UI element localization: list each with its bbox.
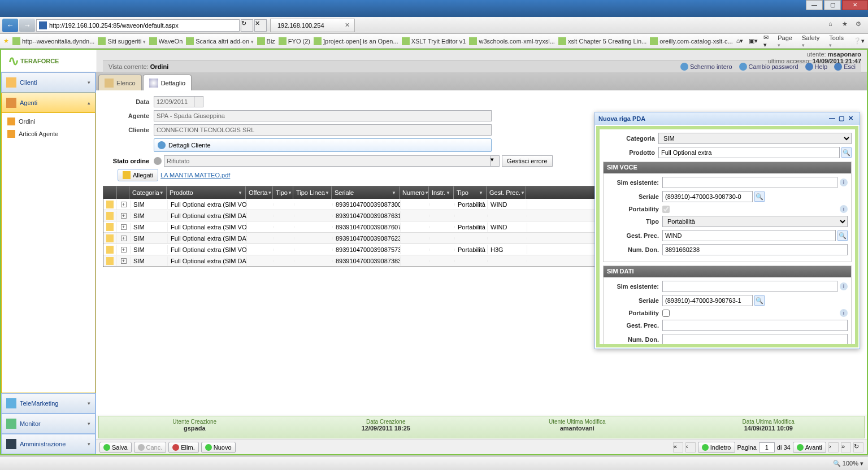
canc-button[interactable]: Canc. bbox=[134, 442, 167, 453]
dialog-minimize-icon[interactable]: — bbox=[829, 115, 837, 123]
pdf-link[interactable]: LA MANTIA MATTEO.pdf bbox=[160, 172, 230, 179]
expand-icon[interactable]: + bbox=[121, 202, 127, 207]
expand-icon[interactable]: + bbox=[121, 247, 127, 253]
nav-articoli-agente[interactable]: Articoli Agente bbox=[4, 128, 93, 140]
cliente-input[interactable] bbox=[154, 124, 492, 136]
ie-tools-menu[interactable]: Tools bbox=[829, 34, 848, 48]
page-input[interactable] bbox=[759, 442, 775, 452]
page-next[interactable]: › bbox=[828, 442, 839, 452]
data-input[interactable] bbox=[154, 96, 194, 107]
dettagli-cliente-button[interactable]: Dettagli Cliente bbox=[154, 138, 492, 152]
tab-close-icon[interactable]: ✕ bbox=[345, 21, 350, 29]
page-prev[interactable]: ‹ bbox=[685, 442, 696, 452]
window-minimize[interactable]: — bbox=[806, 0, 823, 10]
dati-numdon-input[interactable] bbox=[662, 334, 848, 345]
dati-seriale-input[interactable] bbox=[662, 295, 753, 306]
sidebar-item-clienti[interactable]: Clienti▾ bbox=[1, 72, 96, 93]
dialog-close-icon[interactable]: ✕ bbox=[848, 115, 856, 123]
expand-icon[interactable]: + bbox=[121, 258, 127, 264]
edit-icon[interactable] bbox=[106, 223, 114, 231]
gestisci-errore-button[interactable]: Gestisci errore bbox=[502, 155, 553, 167]
page-last[interactable]: » bbox=[841, 442, 851, 452]
ie-help-icon[interactable]: ❔▾ bbox=[853, 37, 865, 45]
agente-input[interactable] bbox=[154, 110, 492, 121]
info-icon[interactable]: i bbox=[840, 309, 848, 317]
nav-ordini[interactable]: Ordini bbox=[4, 115, 93, 128]
window-close[interactable]: ✕ bbox=[842, 0, 868, 10]
edit-icon[interactable] bbox=[106, 257, 114, 265]
tab-elenco[interactable]: Elenco bbox=[98, 75, 142, 90]
dati-gest-input[interactable] bbox=[662, 320, 848, 331]
avanti-button[interactable]: Avanti bbox=[793, 442, 826, 453]
fav-link[interactable]: http--waveonitalia.dyndn... bbox=[12, 37, 94, 45]
nav-back[interactable]: ← bbox=[2, 19, 18, 32]
lookup-icon[interactable]: 🔍 bbox=[841, 147, 852, 158]
nuovo-button[interactable]: Nuovo bbox=[201, 442, 236, 453]
categoria-select[interactable]: SIM bbox=[658, 133, 852, 144]
lookup-icon[interactable]: 🔍 bbox=[754, 192, 765, 202]
expand-icon[interactable]: + bbox=[121, 224, 127, 230]
url-field[interactable] bbox=[36, 19, 240, 32]
sidebar-item-agenti[interactable]: Agenti▴ bbox=[1, 93, 96, 113]
expand-icon[interactable]: + bbox=[121, 213, 127, 219]
ie-home-icon[interactable]: ⌂▾ bbox=[736, 37, 744, 45]
ie-mail-icon[interactable]: ✉▾ bbox=[763, 34, 772, 49]
ie-page-menu[interactable]: Page bbox=[778, 34, 796, 48]
sidebar-item-telemarketing[interactable]: TeleMarketing▾ bbox=[1, 393, 96, 414]
sidebar-item-amministrazione[interactable]: Amministrazione▾ bbox=[1, 434, 96, 454]
sidebar-item-monitor[interactable]: Monitor▾ bbox=[1, 414, 96, 434]
indietro-button[interactable]: Indietro bbox=[698, 442, 735, 453]
elim-button[interactable]: Elim. bbox=[168, 442, 198, 453]
edit-icon[interactable] bbox=[106, 201, 114, 208]
fav-star-icon[interactable]: ★ bbox=[3, 37, 9, 45]
dialog-maximize-icon[interactable]: ▢ bbox=[839, 115, 847, 123]
voce-numdon-input[interactable] bbox=[662, 244, 848, 255]
dati-portability-checkbox[interactable] bbox=[662, 310, 670, 317]
refresh-button[interactable]: ↻ bbox=[241, 19, 253, 32]
edit-icon[interactable] bbox=[106, 212, 114, 220]
window-maximize[interactable]: ▢ bbox=[824, 0, 841, 10]
stato-select[interactable] bbox=[164, 155, 491, 167]
tools-icon[interactable]: ⚙ bbox=[856, 20, 866, 31]
fav-link[interactable]: WaveOn bbox=[149, 37, 183, 45]
home-icon[interactable]: ⌂ bbox=[828, 20, 839, 31]
edit-icon[interactable] bbox=[106, 246, 114, 254]
lookup-icon[interactable]: 🔍 bbox=[754, 295, 765, 306]
tab-dettaglio[interactable]: Dettaglio bbox=[143, 75, 192, 90]
edit-icon[interactable] bbox=[106, 234, 114, 242]
dialog-titlebar[interactable]: Nuova riga PDA — ▢ ✕ bbox=[595, 112, 860, 125]
voce-seriale-input[interactable] bbox=[662, 191, 753, 202]
prodotto-input[interactable] bbox=[658, 147, 840, 158]
allegati-button[interactable]: Allegati bbox=[118, 169, 158, 181]
expand-icon[interactable]: + bbox=[121, 236, 127, 241]
voce-gest-input[interactable] bbox=[662, 230, 836, 241]
voce-tipo-select[interactable]: Portabilità bbox=[662, 216, 848, 227]
fav-link[interactable]: XSLT Tryit Editor v1 bbox=[402, 37, 466, 45]
favorites-icon[interactable]: ★ bbox=[842, 20, 852, 31]
info-icon[interactable]: i bbox=[840, 205, 848, 213]
fav-link[interactable]: oreilly.com-catalog-xslt-c... bbox=[650, 37, 732, 45]
fav-link[interactable]: ]project-open[ is an Open... bbox=[314, 37, 398, 45]
fav-link[interactable]: xslt Chapter 5 Creating Lin... bbox=[558, 37, 646, 45]
browser-tab[interactable]: 192.168.100.254 ✕ bbox=[270, 19, 355, 32]
page-first[interactable]: « bbox=[673, 442, 683, 452]
zoom-control[interactable]: 🔍 100% ▾ bbox=[833, 460, 863, 467]
voce-portability-checkbox[interactable] bbox=[662, 206, 670, 213]
fav-link[interactable]: Siti suggeriti bbox=[98, 37, 145, 45]
info-icon[interactable]: i bbox=[840, 282, 848, 290]
voce-sim-esistente-input[interactable] bbox=[662, 177, 837, 188]
fav-link[interactable]: Biz bbox=[257, 37, 275, 45]
nav-forward[interactable]: → bbox=[19, 19, 35, 32]
page-refresh[interactable]: ↻ bbox=[853, 442, 863, 452]
salva-button[interactable]: Salva bbox=[99, 442, 132, 453]
fav-link[interactable]: w3schools.com-xml-tryxsl... bbox=[469, 37, 554, 45]
fullscreen-button[interactable]: Schermo intero bbox=[680, 63, 732, 71]
calendar-icon[interactable] bbox=[194, 96, 203, 107]
dropdown-icon[interactable]: ▾ bbox=[491, 155, 500, 167]
dati-sim-esistente-input[interactable] bbox=[662, 281, 837, 292]
ie-safety-menu[interactable]: Safety bbox=[802, 34, 823, 48]
fav-link[interactable]: Scarica altri add-on bbox=[186, 37, 253, 45]
fav-link[interactable]: FYO (2) bbox=[279, 37, 310, 45]
ie-feeds-icon[interactable]: ▣▾ bbox=[749, 37, 758, 45]
url-input[interactable] bbox=[49, 22, 237, 29]
